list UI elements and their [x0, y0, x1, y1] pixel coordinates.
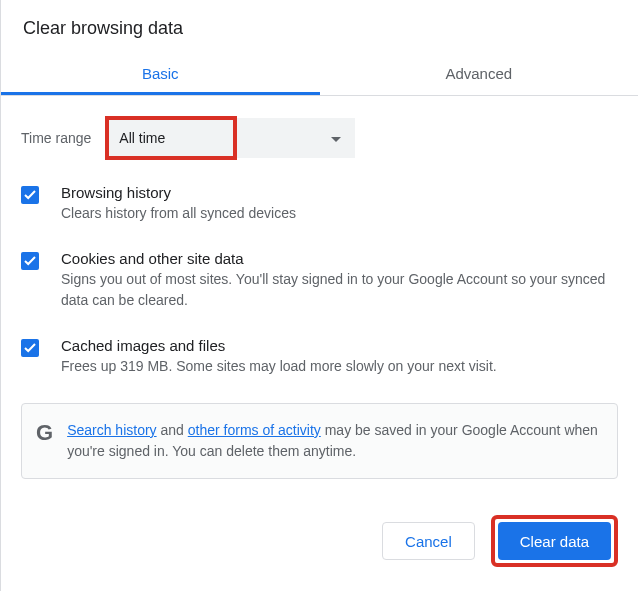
option-desc: Clears history from all synced devices [61, 203, 296, 224]
link-search-history[interactable]: Search history [67, 422, 156, 438]
dialog-title: Clear browsing data [21, 18, 618, 39]
tabs: Basic Advanced [1, 53, 638, 96]
google-icon: G [36, 422, 53, 444]
clear-browsing-data-dialog: Clear browsing data Basic Advanced Time … [0, 0, 638, 591]
option-desc: Frees up 319 MB. Some sites may load mor… [61, 356, 497, 377]
info-box: G Search history and other forms of acti… [21, 403, 618, 479]
annotation-highlight: Clear data [491, 515, 618, 567]
tab-advanced[interactable]: Advanced [320, 53, 639, 95]
clear-data-button[interactable]: Clear data [498, 522, 611, 560]
checkbox-cookies[interactable] [21, 252, 39, 270]
option-desc: Signs you out of most sites. You'll stay… [61, 269, 618, 311]
option-browsing-history: Browsing history Clears history from all… [21, 184, 618, 224]
time-range-label: Time range [21, 130, 91, 146]
info-text: Search history and other forms of activi… [67, 420, 601, 462]
option-title: Browsing history [61, 184, 296, 201]
option-title: Cookies and other site data [61, 250, 618, 267]
button-row: Cancel Clear data [21, 515, 618, 567]
cancel-button[interactable]: Cancel [382, 522, 475, 560]
option-cookies: Cookies and other site data Signs you ou… [21, 250, 618, 311]
time-range-row: Time range All time [21, 118, 618, 158]
option-cache: Cached images and files Frees up 319 MB.… [21, 337, 618, 377]
checkbox-cache[interactable] [21, 339, 39, 357]
time-range-value: All time [119, 118, 165, 158]
chevron-down-icon [331, 118, 341, 158]
tab-basic[interactable]: Basic [1, 53, 320, 95]
link-other-activity[interactable]: other forms of activity [188, 422, 321, 438]
checkbox-browsing-history[interactable] [21, 186, 39, 204]
time-range-select[interactable]: All time [105, 118, 355, 158]
option-title: Cached images and files [61, 337, 497, 354]
